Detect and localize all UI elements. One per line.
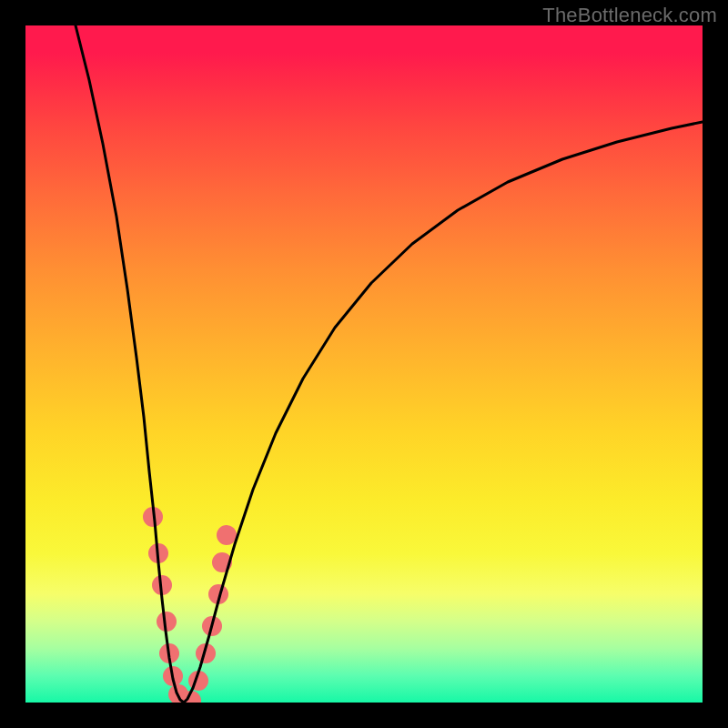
- curve-layer: [76, 25, 703, 703]
- plot-area: [25, 25, 703, 703]
- chart-frame: TheBottleneck.com: [0, 0, 728, 728]
- curves-svg: [25, 25, 703, 703]
- watermark-text: TheBottleneck.com: [542, 4, 717, 27]
- bottleneck-marker: [217, 525, 237, 545]
